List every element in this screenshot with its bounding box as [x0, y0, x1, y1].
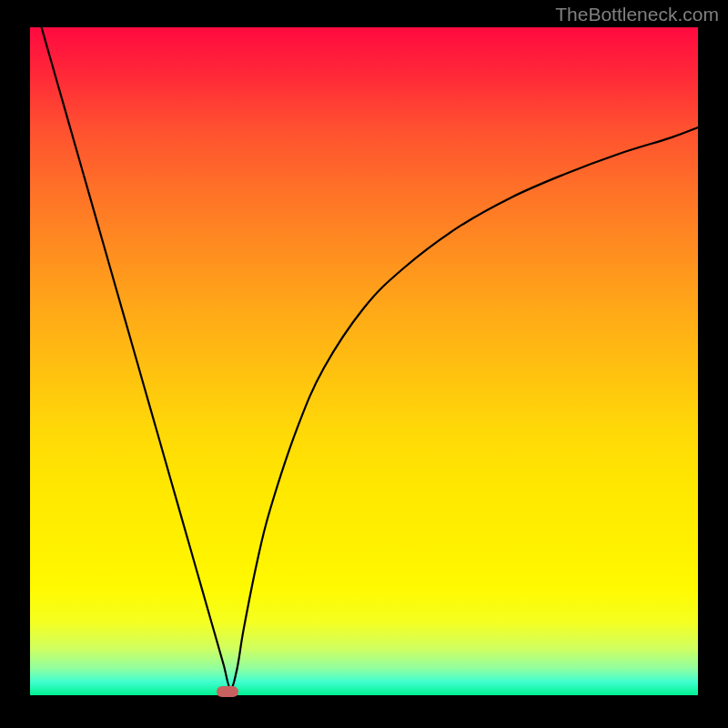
- watermark-text: TheBottleneck.com: [555, 4, 719, 25]
- bottleneck-chart: [30, 27, 698, 695]
- chart-curve-svg: [30, 27, 698, 695]
- bottleneck-curve: [30, 27, 698, 689]
- optimal-point-marker: [217, 686, 238, 697]
